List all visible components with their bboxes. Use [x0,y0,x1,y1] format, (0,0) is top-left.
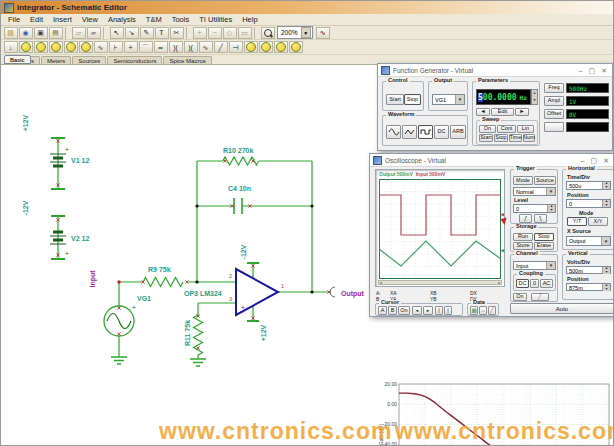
ohmmeter-icon[interactable] [274,41,288,53]
v-position-stepper[interactable]: 875m▲▼ [566,283,611,291]
zoom-icon[interactable] [261,27,275,39]
fg-offset-button[interactable]: Offset [544,109,564,119]
resistor-icon[interactable]: ∿ [94,41,108,53]
tab-basic[interactable]: Basic [4,55,31,64]
channel-on-button[interactable]: On [513,293,527,301]
wattmeter-icon[interactable] [289,41,303,53]
sweep-lin-button[interactable]: Lin [517,125,534,133]
controlled-source-icon[interactable] [79,41,93,53]
coupling-dc-button[interactable]: DC [516,279,529,288]
x-source-select[interactable]: Output▼ [566,236,611,246]
transformer-icon[interactable]: )( [169,41,183,53]
select-arrow-icon[interactable]: ↖ [110,27,124,39]
sweep-stop-button[interactable]: Stop [494,134,508,142]
voltage-source-icon[interactable] [19,41,33,53]
current-source-icon[interactable] [49,41,63,53]
mode-xy-button[interactable]: X/Y [588,217,608,226]
relay-icon[interactable]: ∿ [199,41,213,53]
mode-yt-button[interactable]: Y/T [567,217,587,226]
maximize-icon[interactable]: ▢ [588,157,601,164]
falling-edge-icon[interactable]: ʃ [534,214,547,223]
inductor-icon[interactable]: ⌒ [139,41,153,53]
chevron-down-icon[interactable]: ▼ [301,27,311,38]
cursor-on-button[interactable]: On [398,306,410,315]
cursor-step2-button[interactable]: | [444,306,452,315]
fg-freq-button[interactable]: Freq [544,83,564,93]
fg-dc-button[interactable]: DC [434,125,449,139]
coupling-gnd-button[interactable]: 0 [530,279,539,288]
fg-arb-button[interactable]: ARB [450,125,466,139]
close-icon[interactable]: ✕ [600,157,612,164]
fg-digit-left-button[interactable]: ◄ [476,108,490,116]
chevron-down-icon[interactable]: ▼ [601,237,610,245]
tab-sources[interactable]: Sources [72,56,106,64]
chevron-down-icon[interactable]: ▼ [546,262,555,269]
sine-wave-icon[interactable] [386,125,401,139]
output-trace-handle[interactable]: ◀ [500,248,504,253]
fg-output-select[interactable]: VG1▼ [432,94,465,105]
resistor-r11[interactable] [194,315,203,355]
signal-analysis-icon[interactable]: ∿ [316,27,330,39]
pen-icon[interactable]: ✎ [140,27,154,39]
scope-scrollbar[interactable]: ◄► [378,280,502,285]
minimize-icon[interactable]: – [576,67,586,74]
export-icon[interactable]: ▤ [49,27,63,39]
tab-semiconductors[interactable]: Semiconductors [107,56,162,64]
switch-icon[interactable]: ╱ [214,41,228,53]
open-icon[interactable]: ▨ [4,27,18,39]
close-icon[interactable]: ✕ [598,67,610,74]
menu-ti-utilities[interactable]: TI Utilities [194,15,237,24]
voltmeter-icon[interactable] [244,41,258,53]
menu-insert[interactable]: Insert [48,15,77,24]
tab-spice-macros[interactable]: Spice Macros [163,56,211,64]
fg-edit-button[interactable]: Edit [491,108,514,116]
fg-digit-right-button[interactable]: ► [515,108,529,116]
fg-blank-button[interactable] [544,122,564,132]
trigger-mode-button[interactable]: Mode [513,176,533,185]
storage-run-button[interactable]: Run [513,233,533,241]
cursor-a-button[interactable]: A [378,306,387,315]
text-icon[interactable]: T [155,27,169,39]
sweep-start-button[interactable]: Start [479,134,493,142]
save-icon[interactable]: ▣ [34,27,48,39]
triangle-wave-icon[interactable] [402,125,417,139]
sweep-cont-button[interactable]: Cont [497,125,516,133]
data-export-icon[interactable]: ▦ [470,306,478,315]
menu-edit[interactable]: Edit [25,15,48,24]
sweep-num-button[interactable]: Num [523,134,535,142]
fg-start-button[interactable]: Start [386,94,404,105]
sweep-time-button[interactable]: Time [509,134,522,142]
time-div-stepper[interactable]: 500u▲▼ [566,181,611,190]
ground-icon[interactable]: ↓ [4,41,18,53]
cursor-b-button[interactable]: B [388,306,397,315]
data-copy-icon[interactable]: → [479,306,487,315]
channel-slope-icon[interactable]: ╱ [531,293,549,301]
schematic-canvas[interactable]: +12V -12V V1 12 V2 12 VG1 Input R9 75k R… [1,65,614,446]
storage-erase-button[interactable]: Erase [534,242,554,250]
generator-vg1[interactable] [104,306,134,336]
menu-view[interactable]: View [77,15,103,24]
menu-file[interactable]: File [3,15,25,24]
cursor-step1-button[interactable]: | [435,306,443,315]
select-alt-icon[interactable]: ↘ [125,27,139,39]
resistor-r9[interactable] [143,278,183,287]
square-wave-icon[interactable] [418,125,433,139]
h-position-stepper[interactable]: 0▲▼ [566,199,611,208]
storage-store-button[interactable]: Store [513,242,533,250]
auto-button[interactable]: Auto [510,303,614,314]
title-bar[interactable]: integrator - Schematic Editor [1,1,613,14]
coupling-ac-button[interactable]: AC [540,279,553,288]
channel-select[interactable]: Input▼ [513,261,556,270]
fg-frequency-stepper[interactable]: ▲▼ [531,89,538,105]
menu-tm[interactable]: T&M [141,15,167,24]
cut-icon[interactable]: ✂ [170,27,184,39]
trigger-mode-select[interactable]: Normal▼ [513,187,556,196]
tab-meters[interactable]: Meters [41,56,71,64]
data-curve-icon[interactable]: ╱ [488,306,496,315]
menu-tools[interactable]: Tools [167,15,195,24]
minimize-icon[interactable]: – [578,157,588,164]
volts-div-stepper[interactable]: 500m▲▼ [566,266,611,274]
zoom-level-select[interactable]: 200%▼ [277,26,313,39]
import-icon[interactable]: ◉ [19,27,33,39]
trigger-source-button[interactable]: Source [534,176,556,185]
